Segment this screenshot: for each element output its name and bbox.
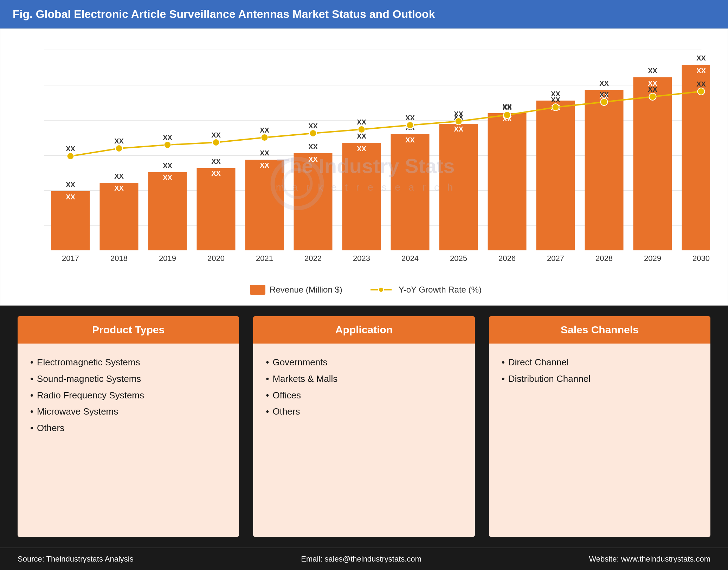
sales-channels-body: Direct Channel Distribution Channel <box>489 344 710 537</box>
list-item: Offices <box>266 387 462 404</box>
svg-text:XX: XX <box>211 169 221 177</box>
dot-2023 <box>358 126 365 133</box>
legend-revenue: Revenue (Million $) <box>250 285 342 295</box>
footer-email-label: Email: <box>301 555 324 563</box>
svg-text:XX: XX <box>405 114 415 122</box>
dot-2020 <box>213 139 220 146</box>
svg-text:2024: 2024 <box>401 254 419 263</box>
dot-2021 <box>261 134 268 141</box>
svg-text:2029: 2029 <box>644 254 661 263</box>
svg-text:2022: 2022 <box>304 254 322 263</box>
legend-revenue-box <box>250 285 265 295</box>
application-card: Application Governments Markets & Malls … <box>253 316 475 537</box>
svg-text:XX: XX <box>696 54 706 62</box>
chart-title: Fig. Global Electronic Article Surveilla… <box>13 8 435 20</box>
svg-text:XX: XX <box>308 143 318 150</box>
dot-2030 <box>698 88 705 95</box>
chart-svg: XX XX 2017 XX XX 2018 XX XX 2019 XX XX 2… <box>21 39 710 278</box>
footer: Source: Theindustrystats Analysis Email:… <box>0 547 728 570</box>
legend-growth-line-wrap <box>371 286 392 293</box>
list-item: Others <box>266 403 462 420</box>
legend-growth: Y-oY Growth Rate (%) <box>371 285 482 295</box>
svg-text:XX: XX <box>66 181 75 188</box>
application-header: Application <box>253 316 475 344</box>
dot-2025 <box>455 118 462 125</box>
sales-channels-header: Sales Channels <box>489 316 710 344</box>
chart-header: Fig. Global Electronic Article Surveilla… <box>0 0 728 28</box>
dot-2029 <box>649 93 656 100</box>
svg-text:2030: 2030 <box>692 254 710 263</box>
svg-text:XX: XX <box>260 161 269 169</box>
list-item: Sound-magnetic Systems <box>30 371 226 387</box>
list-item: Microwave Systems <box>30 403 226 420</box>
bar-2027 <box>536 101 575 250</box>
svg-text:XX: XX <box>66 145 75 153</box>
svg-text:XX: XX <box>260 149 269 157</box>
dot-2026 <box>504 111 511 119</box>
sales-channels-title: Sales Channels <box>561 324 639 335</box>
svg-text:XX: XX <box>211 131 221 139</box>
svg-text:XX: XX <box>66 193 75 201</box>
dot-2028 <box>601 98 608 105</box>
footer-website-value: www.theindustrystats.com <box>621 555 710 563</box>
sales-channels-card: Sales Channels Direct Channel Distributi… <box>489 316 710 537</box>
svg-text:XX: XX <box>599 91 609 98</box>
application-title: Application <box>335 324 393 335</box>
application-list: Governments Markets & Malls Offices Othe… <box>266 354 462 420</box>
svg-text:2021: 2021 <box>256 254 273 263</box>
svg-text:2023: 2023 <box>353 254 370 263</box>
dot-2022 <box>310 130 317 137</box>
chart-legend: Revenue (Million $) Y-oY Growth Rate (%) <box>21 285 710 295</box>
product-types-list: Electromagnetic Systems Sound-magnetic S… <box>30 354 226 436</box>
legend-growth-label: Y-oY Growth Rate (%) <box>399 285 482 295</box>
page-wrapper: Fig. Global Electronic Article Surveilla… <box>0 0 728 570</box>
svg-text:m a r k e t   r e s e a r c h: m a r k e t r e s e a r c h <box>276 182 456 193</box>
svg-text:XX: XX <box>211 158 221 165</box>
application-body: Governments Markets & Malls Offices Othe… <box>253 344 475 537</box>
bottom-section: Product Types Electromagnetic Systems So… <box>0 306 728 547</box>
footer-website-label: Website: <box>589 555 621 563</box>
svg-text:2026: 2026 <box>498 254 516 263</box>
list-item: Electromagnetic Systems <box>30 354 226 371</box>
dot-2019 <box>164 141 171 148</box>
product-types-title: Product Types <box>92 324 165 335</box>
footer-source: Source: Theindustrystats Analysis <box>18 555 134 564</box>
bar-2028 <box>585 90 624 250</box>
sales-channels-list: Direct Channel Distribution Channel <box>502 354 698 387</box>
list-item: Others <box>30 420 226 436</box>
svg-text:2018: 2018 <box>110 254 128 263</box>
footer-email: Email: sales@theindustrystats.com <box>301 555 421 564</box>
footer-email-value: sales@theindustrystats.com <box>324 555 421 563</box>
dot-2018 <box>116 145 123 152</box>
chart-area: XX XX 2017 XX XX 2018 XX XX 2019 XX XX 2… <box>21 39 710 278</box>
svg-text:XX: XX <box>357 132 366 140</box>
product-types-body: Electromagnetic Systems Sound-magnetic S… <box>18 344 239 537</box>
svg-text:2027: 2027 <box>547 254 564 263</box>
list-item: Direct Channel <box>502 354 698 371</box>
bar-2026 <box>488 113 527 250</box>
svg-text:XX: XX <box>114 172 124 180</box>
bar-2019 <box>148 172 187 250</box>
svg-text:XX: XX <box>260 126 269 134</box>
svg-text:2020: 2020 <box>207 254 225 263</box>
legend-revenue-label: Revenue (Million $) <box>270 285 342 295</box>
dot-2027 <box>552 104 559 111</box>
footer-website: Website: www.theindustrystats.com <box>589 555 710 564</box>
svg-text:XX: XX <box>648 67 657 75</box>
svg-text:XX: XX <box>114 184 124 192</box>
svg-text:XX: XX <box>502 104 512 111</box>
svg-text:XX: XX <box>163 134 172 141</box>
product-types-card: Product Types Electromagnetic Systems So… <box>18 316 239 537</box>
svg-text:XX: XX <box>599 79 609 87</box>
list-item: Governments <box>266 354 462 371</box>
bar-2020 <box>197 168 236 250</box>
list-item: Markets & Malls <box>266 371 462 387</box>
svg-text:2017: 2017 <box>62 254 79 263</box>
svg-text:XX: XX <box>163 162 172 169</box>
svg-text:XX: XX <box>551 96 560 104</box>
svg-text:XX: XX <box>454 125 463 133</box>
svg-text:XX: XX <box>696 67 706 75</box>
svg-text:XX: XX <box>357 145 366 153</box>
svg-text:XX: XX <box>308 122 318 130</box>
svg-text:XX: XX <box>405 136 415 144</box>
